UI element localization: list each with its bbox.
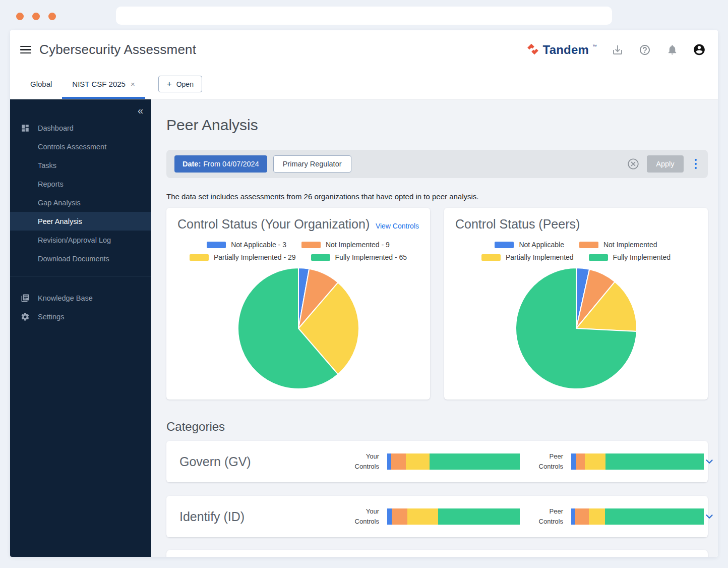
settings-icon — [21, 312, 30, 321]
bar-segment-partially-implemented — [406, 453, 430, 470]
legend-item: Not Implemented — [579, 241, 657, 249]
legend-row: Not Applicable - 3Not Implemented - 9 — [177, 241, 419, 249]
legend-label: Partially Implemented — [506, 253, 574, 261]
tab-global[interactable]: Global — [20, 69, 62, 99]
clear-filters-icon[interactable] — [627, 157, 640, 171]
more-options-kebab-icon[interactable] — [692, 157, 700, 172]
help-icon[interactable] — [638, 43, 651, 56]
legend-row: Partially ImplementedFully Implemented — [455, 253, 697, 261]
your-controls-bar — [387, 508, 520, 525]
dashboard-icon — [21, 124, 30, 133]
chevron-down-icon[interactable] — [704, 456, 715, 467]
card-title: Control Status (Your Organization) — [177, 217, 370, 232]
sidebar-item-peer-analysis[interactable]: Peer Analysis — [10, 212, 151, 231]
header-actions: Tandem ™ — [526, 43, 706, 57]
menu-icon[interactable] — [20, 46, 31, 54]
date-filter-button[interactable]: Date:From 04/07/2024 — [174, 155, 267, 173]
your-controls-bar — [387, 453, 520, 470]
sidebar-item-controls-assessment[interactable]: Controls Assessment — [10, 137, 151, 156]
sidebar-item-download-documents[interactable]: Download Documents — [10, 249, 151, 268]
legend-item: Partially Implemented - 29 — [190, 253, 296, 261]
legend-row: Partially Implemented - 29Fully Implemen… — [177, 253, 419, 261]
bar-segment-not-applicable — [387, 453, 391, 470]
legend-item: Not Applicable — [495, 241, 564, 249]
dataset-summary-text: The data set includes assessments from 2… — [166, 192, 708, 201]
open-assessment-button[interactable]: + Open — [158, 76, 202, 92]
screen: Cybersecurity Assessment Tandem ™ — [0, 0, 728, 568]
legend-label: Fully Implemented — [613, 253, 671, 261]
window-control-dot[interactable] — [16, 13, 24, 20]
sidebar-item-label: Tasks — [38, 161, 56, 169]
peer-controls-group: Peer Controls — [530, 451, 704, 472]
sidebar-item-label: Peer Analysis — [38, 217, 82, 225]
bar-segment-not-applicable — [387, 508, 392, 525]
sidebar-item-reports[interactable]: Reports — [10, 175, 151, 193]
view-controls-link[interactable]: View Controls — [376, 222, 419, 230]
app-window: Cybersecurity Assessment Tandem ™ — [10, 30, 718, 557]
legend-swatch — [481, 254, 501, 261]
tab-nist-csf-2025[interactable]: NIST CSF 2025 × — [62, 69, 145, 99]
avatar[interactable] — [693, 43, 706, 56]
close-tab-icon[interactable]: × — [131, 80, 135, 88]
sidebar-item-label: Gap Analysis — [38, 199, 81, 207]
legend-item: Fully Implemented - 65 — [311, 253, 407, 261]
bar-segment-partially-implemented — [585, 453, 606, 470]
your-controls-label: Your Controls — [346, 506, 379, 527]
notifications-bell-icon[interactable] — [665, 43, 679, 56]
legend-swatch — [495, 242, 514, 248]
your-controls-group: Your Controls — [346, 506, 520, 527]
page-title: Peer Analysis — [166, 117, 708, 134]
peer-controls-bar — [571, 453, 704, 470]
sidebar-item-dashboard[interactable]: Dashboard — [10, 119, 151, 137]
legend-row: Not ApplicableNot Implemented — [455, 241, 697, 249]
download-icon[interactable] — [611, 43, 624, 56]
plus-icon: + — [167, 80, 172, 88]
category-card-identify-id: Identify (ID) Your Controls Peer Control… — [166, 496, 708, 537]
primary-regulator-filter-button[interactable]: Primary Regulator — [273, 155, 351, 173]
sidebar-item-label: Revision/Approval Log — [38, 236, 111, 244]
legend-swatch — [579, 242, 598, 248]
legend-swatch — [190, 254, 209, 261]
bar-segment-not-implemented — [576, 453, 584, 470]
legend-item: Fully Implemented — [589, 253, 671, 261]
bar-segment-partially-implemented — [407, 508, 438, 525]
legend-label: Not Applicable — [519, 241, 564, 249]
sidebar-item-label: Reports — [38, 180, 64, 188]
category-title: Identify (ID) — [179, 509, 346, 524]
brand-trademark: ™ — [592, 44, 597, 49]
filter-bar: Date:From 04/07/2024 Primary Regulator A… — [166, 150, 708, 178]
your-controls-label: Your Controls — [346, 451, 379, 472]
sidebar-footer-nav: Knowledge BaseSettings — [10, 289, 151, 326]
sidebar-divider — [10, 276, 151, 276]
control-status-cards: Control Status (Your Organization) View … — [166, 208, 708, 400]
apply-button[interactable]: Apply — [647, 155, 683, 173]
chevron-down-icon[interactable] — [704, 511, 715, 522]
sidebar-item-settings[interactable]: Settings — [10, 307, 151, 326]
address-bar[interactable] — [116, 7, 612, 25]
bar-segment-partially-implemented — [589, 508, 605, 525]
sidebar-item-gap-analysis[interactable]: Gap Analysis — [10, 193, 151, 212]
legend-label: Partially Implemented - 29 — [214, 253, 296, 261]
legend-swatch — [207, 242, 226, 248]
sidebar-item-knowledge-base[interactable]: Knowledge Base — [10, 289, 151, 307]
knowledge-base-icon — [21, 294, 30, 303]
sidebar-item-tasks[interactable]: Tasks — [10, 156, 151, 175]
window-control-dot[interactable] — [32, 13, 40, 20]
window-control-dot[interactable] — [48, 13, 56, 20]
brand-logo: Tandem ™ — [526, 43, 597, 57]
sidebar: « DashboardControls AssessmentTasksRepor… — [10, 99, 151, 557]
legend-swatch — [589, 254, 608, 261]
bar-segment-fully-implemented — [430, 453, 520, 470]
pie-legend: Not Applicable - 3Not Implemented - 9Par… — [177, 241, 419, 261]
window-controls — [16, 13, 56, 20]
categories-list: Govern (GV) Your Controls Peer Controls … — [166, 441, 708, 537]
sidebar-item-label: Knowledge Base — [38, 294, 93, 302]
app-title: Cybersecurity Assessment — [39, 42, 196, 58]
sidebar-item-revision-approval-log[interactable]: Revision/Approval Log — [10, 231, 151, 249]
sidebar-item-label: Controls Assessment — [38, 143, 106, 151]
bar-segment-not-implemented — [575, 508, 589, 525]
collapse-sidebar-icon[interactable]: « — [138, 105, 143, 117]
sidebar-item-label: Download Documents — [38, 255, 109, 263]
peer-controls-group: Peer Controls — [530, 506, 704, 527]
bar-segment-fully-implemented — [438, 508, 520, 525]
